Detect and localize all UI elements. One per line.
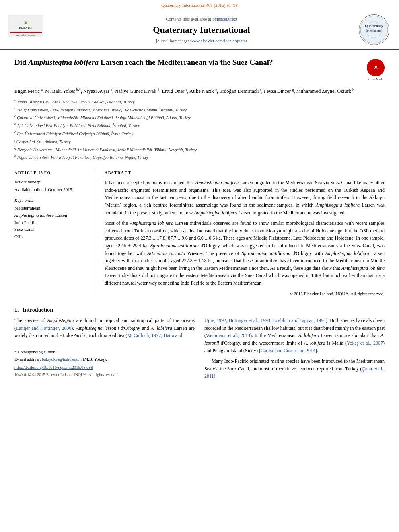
abstract-col: Abstract It has been accepted by many re… xyxy=(105,170,385,297)
crossmark-badge: ✕ CrossMark xyxy=(367,59,385,82)
keyword-suez: Suez Canal xyxy=(14,226,88,233)
affiliation-a: a Moda Hüseyin Bey Sokak, No: 15/4, 3471… xyxy=(14,98,385,105)
journal-logo-image: Quaternary International xyxy=(359,14,389,45)
journal-title: Quaternary International xyxy=(51,24,352,36)
journal-header-center: Contents lists available at ScienceDirec… xyxy=(51,16,352,44)
intro-body-right: Ujiie, 1992; Hottinger et al., 1993; Loe… xyxy=(204,317,385,383)
journal-homepage: journal homepage: www.elsevier.com/locat… xyxy=(51,38,352,44)
ref-caruso[interactable]: Caruso and Cosentino, 2014 xyxy=(261,348,315,353)
ref-mcculloch[interactable]: McCulloch, 1977; Hatta and xyxy=(127,333,182,338)
intro-text-left: The species of Amphistegina are found in… xyxy=(14,317,195,339)
svg-text:Quaternary: Quaternary xyxy=(365,24,383,28)
article-history-title: Article history: xyxy=(14,179,88,185)
keyword-mediterranean: Mediterranean xyxy=(14,205,88,212)
affiliation-b: b Haliç Üniversitesi, Fen-Edebiyat Fakül… xyxy=(14,106,385,113)
corresponding-author-note: * Corresponding author. xyxy=(14,349,195,355)
section-divider xyxy=(14,166,385,166)
abstract-label: Abstract xyxy=(105,170,385,176)
doi-link[interactable]: http://dx.doi.org/10.1016/j.quaint.2015.… xyxy=(14,365,93,370)
authors-line: Engin Meriç a, M. Baki Yokeş b,*, Niyazi… xyxy=(14,87,385,95)
affiliations: a Moda Hüseyin Bey Sokak, No: 15/4, 3471… xyxy=(14,98,385,161)
keywords-list: Mediterranean Amphistegina lobifera Lars… xyxy=(14,205,88,240)
introduction-heading: 1. Introduction xyxy=(14,306,385,314)
title-italic-1: Amphistegina lobifera xyxy=(28,58,99,66)
keyword-amphistegina: Amphistegina lobifera Larsen xyxy=(14,212,88,219)
article-history-block: Article history: Available online 1 Octo… xyxy=(14,179,88,193)
intro-para-right-2: Many Indo-Pacific originated marine spec… xyxy=(204,357,385,380)
article-meta-abstract: Article Info Article history: Available … xyxy=(14,170,385,297)
affiliation-f: f Caspet Ltd. Şti., Ankara, Turkey xyxy=(14,138,385,145)
contents-available-line: Contents lists available at ScienceDirec… xyxy=(51,16,352,22)
svg-text:www.elsevier.com: www.elsevier.com xyxy=(16,34,35,36)
abstract-copyright: © 2015 Elsevier Ltd and INQUA. All right… xyxy=(105,290,385,297)
keywords-label: Keywords: xyxy=(14,197,88,203)
keyword-osl: OSL xyxy=(14,233,88,240)
issn-line: 1040-6182/© 2015 Elsevier Ltd and INQUA.… xyxy=(14,372,195,378)
introduction-body: The species of Amphistegina are found in… xyxy=(14,317,385,383)
keywords-block: Keywords: Mediterranean Amphistegina lob… xyxy=(14,197,88,240)
email-link[interactable]: bakiyokes@halic.edu.tr xyxy=(42,357,82,362)
intro-body-left: The species of Amphistegina are found in… xyxy=(14,317,195,383)
journal-reference: Quaternary International 401 (2016) 91–9… xyxy=(161,3,238,8)
affiliation-e: e Ege Üniversitesi Edebiyat Fakültesi Co… xyxy=(14,129,385,137)
crossmark-icon: ✕ xyxy=(367,59,385,76)
abstract-text: It has been accepted by many researchers… xyxy=(105,179,385,297)
article-title-section: Did Amphistegina lobifera Larsen reach t… xyxy=(14,57,385,82)
footnote-section: * Corresponding author. E-mail address: … xyxy=(14,346,195,378)
intro-para-left-1: The species of Amphistegina are found in… xyxy=(14,317,195,339)
affiliation-d: d Işık Üniversitesi Fen-Edebiyat Fakülte… xyxy=(14,121,385,129)
svg-text:ELSEVIER: ELSEVIER xyxy=(19,26,33,29)
svg-text:🌿: 🌿 xyxy=(24,21,28,25)
keyword-indo-pacific: Indo-Pacific xyxy=(14,219,88,226)
sciencedirect-link[interactable]: ScienceDirect xyxy=(212,16,237,21)
journal-header: 🌿 ELSEVIER www.elsevier.com Contents lis… xyxy=(0,10,399,50)
article-info-col: Article Info Article history: Available … xyxy=(14,170,95,297)
journal-url[interactable]: www.elsevier.com/locate/quaint xyxy=(190,38,247,43)
ref-langer-hottinger[interactable]: Langer and Hottinger, 2000 xyxy=(16,325,71,331)
available-online-value: Available online 1 October 2015 xyxy=(14,187,88,193)
journal-logo-box: Quaternary International xyxy=(359,14,391,45)
article-title: Did Amphistegina lobifera Larsen reach t… xyxy=(14,57,360,68)
doi-line: http://dx.doi.org/10.1016/j.quaint.2015.… xyxy=(14,365,195,371)
svg-text:International: International xyxy=(366,29,383,33)
ref-ujiie[interactable]: Ujiie, 1992; Hottinger et al., 1993; Loe… xyxy=(204,318,326,323)
article-info-label: Article Info xyxy=(14,170,88,176)
abstract-para-1: It has been accepted by many researchers… xyxy=(105,179,385,216)
top-bar: Quaternary International 401 (2016) 91–9… xyxy=(0,0,399,10)
affiliation-g: g Nevşehir Üniversitesi, Mühendislik Ve … xyxy=(14,146,385,153)
ref-cinar[interactable]: Çınar et al., 2011 xyxy=(204,366,385,379)
abstract-para-2: Most of the Amphistegina lobifera Larsen… xyxy=(105,220,385,287)
intro-text-right: Ujiie, 1992; Hottinger et al., 1993; Loe… xyxy=(204,317,385,380)
affiliation-c: c Çukurova Üniversitesi, Mühendislik- Mi… xyxy=(14,113,385,121)
email-note: E-mail address: bakiyokes@halic.edu.tr (… xyxy=(14,357,195,363)
ref-yokes-2007[interactable]: Yokeş et al., 2007 xyxy=(347,340,383,346)
introduction-section: 1. Introduction The species of Amphisteg… xyxy=(14,306,385,383)
affiliation-h: h Niğde Üniversitesi, Fen-Edebiyat Fakül… xyxy=(14,153,385,161)
crossmark-label: CrossMark xyxy=(367,77,385,82)
intro-para-right-1: Ujiie, 1992; Hottinger et al., 1993; Loe… xyxy=(204,317,385,354)
svg-rect-3 xyxy=(10,32,42,33)
elsevier-logo: 🌿 ELSEVIER www.elsevier.com xyxy=(8,15,44,45)
ref-weinmann[interactable]: Weinmann et al., 2013 xyxy=(206,333,250,338)
